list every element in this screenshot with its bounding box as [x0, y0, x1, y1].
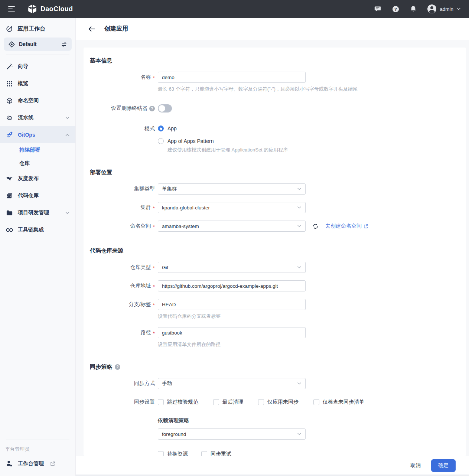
- checkbox-icon[interactable]: [158, 399, 164, 405]
- code-repo-icon: [6, 192, 13, 199]
- cluster-select[interactable]: kpanda-global-cluster: [158, 202, 306, 213]
- mode-label: 模式: [144, 125, 155, 132]
- sidebar-item-wizard[interactable]: 向导: [0, 58, 75, 75]
- sidebar-item-namespace[interactable]: 命名空间: [0, 92, 75, 109]
- confirm-button[interactable]: 确定: [431, 459, 456, 472]
- path-hint: 设置应用清单文件所在的路径: [158, 341, 306, 348]
- checkbox-icon[interactable]: [201, 451, 207, 456]
- checkbox-skip-validation[interactable]: 跳过校验规范: [158, 399, 198, 405]
- daocloud-logo-icon: [27, 4, 37, 14]
- field-cluster: 集群 * kpanda-global-cluster: [90, 202, 455, 213]
- wand-icon: [6, 63, 13, 70]
- sidebar-item-toolchain[interactable]: 工具链集成: [0, 221, 75, 238]
- prune-policy-select[interactable]: foreground: [158, 428, 306, 440]
- sidebar-footer: 平台管理员 工作台管理: [0, 436, 75, 476]
- cancel-button[interactable]: 取消: [410, 462, 421, 469]
- switch-workspace-icon[interactable]: [61, 42, 67, 47]
- sidebar-item-gitops[interactable]: GitOps: [0, 126, 75, 143]
- repo-url-input[interactable]: [158, 280, 306, 291]
- sidebar-item-project-dev[interactable]: 项目研发管理: [0, 204, 75, 221]
- cluster-type-select[interactable]: 单集群: [158, 183, 306, 195]
- checkbox-icon[interactable]: [258, 399, 264, 405]
- namespace-select[interactable]: amamba-system: [158, 221, 306, 232]
- cube-icon: [6, 97, 13, 104]
- field-branch: 分支/标签 * 设置代码仓库的分支或者标签: [90, 299, 455, 320]
- branch-hint: 设置代码仓库的分支或者标签: [158, 313, 306, 320]
- name-input[interactable]: [158, 72, 306, 83]
- field-namespace: 命名空间 * amamba-system: [90, 221, 455, 232]
- folder-icon: [6, 209, 13, 216]
- workbench-title: 应用工作台: [17, 25, 45, 32]
- user-menu[interactable]: admin: [427, 4, 461, 14]
- radio-option-app[interactable]: App: [158, 124, 288, 133]
- workspace-name: Default: [19, 41, 57, 47]
- chevron-down-icon: [456, 7, 461, 10]
- checkbox-replace-resource[interactable]: 替换资源: [158, 451, 188, 456]
- field-sync-settings: 同步设置 跳过校验规范 最后清理: [90, 397, 455, 456]
- back-arrow-icon[interactable]: [88, 26, 95, 32]
- finalizer-label: 设置删除终结器: [111, 105, 147, 112]
- refresh-icon[interactable]: [312, 223, 319, 229]
- sidebar-item-workbench-manage[interactable]: 工作台管理: [0, 458, 75, 469]
- path-input[interactable]: [158, 327, 306, 338]
- sidebar-subitem-repository[interactable]: 仓库: [0, 157, 75, 170]
- field-cluster-type: 集群类型 单集群: [90, 183, 455, 195]
- checkbox-prune-last[interactable]: 最后清理: [213, 399, 243, 405]
- svg-text:?: ?: [394, 7, 397, 11]
- help-question-icon[interactable]: ?: [115, 364, 120, 370]
- checkbox-icon[interactable]: [158, 451, 164, 456]
- sidebar-item-gray-release[interactable]: 灰度发布: [0, 170, 75, 187]
- field-sync-method: 同步方式 手动: [90, 378, 455, 389]
- workbench-header: 应用工作台: [0, 18, 75, 38]
- sync-method-select[interactable]: 手动: [158, 378, 306, 389]
- field-finalizer: 设置删除终结器 ?: [90, 103, 455, 114]
- divider: [6, 440, 69, 440]
- field-repo-url: 仓库地址 *: [90, 280, 455, 291]
- field-repo-type: 仓库类型 * Git: [90, 262, 455, 273]
- radio-selected-icon[interactable]: [158, 125, 164, 131]
- branch-input[interactable]: [158, 299, 306, 310]
- checkbox-dry-run-out-of-sync[interactable]: 仅检查未同步清单: [313, 399, 364, 405]
- checkbox-icon[interactable]: [313, 399, 319, 405]
- section-repo-source: 代码仓库来源: [90, 247, 455, 254]
- radio-unselected-icon[interactable]: [158, 138, 164, 144]
- role-label: 平台管理员: [0, 444, 75, 458]
- page-header: 创建应用: [76, 18, 469, 40]
- finalizer-toggle[interactable]: [158, 104, 172, 113]
- external-link-icon: [364, 224, 368, 229]
- chevron-down-icon: [297, 206, 302, 209]
- checkbox-icon[interactable]: [213, 399, 219, 405]
- chat-icon[interactable]: [374, 5, 382, 13]
- bird-icon: [6, 175, 13, 182]
- create-namespace-link[interactable]: 去创建命名空间: [325, 223, 368, 229]
- workspace-selector[interactable]: Default: [4, 38, 72, 51]
- checkbox-apply-out-of-sync-only[interactable]: 仅应用未同步: [258, 399, 299, 405]
- workspace-icon: [8, 41, 15, 48]
- user-name: admin: [440, 6, 453, 12]
- repo-type-select[interactable]: Git: [158, 262, 306, 273]
- sidebar-item-code-repo[interactable]: 代码仓库: [0, 187, 75, 204]
- checkbox-sync-retry[interactable]: 同步重试: [201, 451, 231, 456]
- infinity-icon: [6, 226, 13, 234]
- radio-option-app-of-apps[interactable]: App of Apps Pattern: [158, 137, 288, 145]
- menu-icon[interactable]: [8, 6, 16, 12]
- help-question-icon[interactable]: ?: [149, 106, 155, 111]
- sidebar: 应用工作台 Default 向导 概览: [0, 18, 76, 476]
- mode-hint: 建议使用该模式创建用于管理 ApplicationSet 的应用程序: [158, 147, 288, 153]
- chevron-down-icon: [297, 382, 302, 385]
- sidebar-item-overview[interactable]: 概览: [0, 75, 75, 92]
- grid-icon: [6, 80, 13, 87]
- brand[interactable]: DaoCloud: [27, 4, 73, 14]
- sidebar-item-pipeline[interactable]: 流水线: [0, 109, 75, 126]
- help-icon[interactable]: ?: [391, 5, 400, 13]
- chevron-up-icon: [65, 134, 69, 136]
- divider: [6, 55, 69, 55]
- sidebar-subitem-continuous-deploy[interactable]: 持续部署: [0, 143, 75, 157]
- field-name: 名称 * 最长 63 个字符，只能包含小写字母、数字及分隔符("-")，且必须以…: [90, 72, 455, 92]
- chevron-down-icon: [297, 188, 302, 190]
- chevron-down-icon: [297, 266, 302, 269]
- page-title: 创建应用: [104, 25, 128, 33]
- notification-bell-icon[interactable]: [409, 5, 417, 13]
- prune-policy-label: 依赖清理策略: [158, 417, 364, 424]
- section-sync-policy: 同步策略 ?: [90, 363, 455, 371]
